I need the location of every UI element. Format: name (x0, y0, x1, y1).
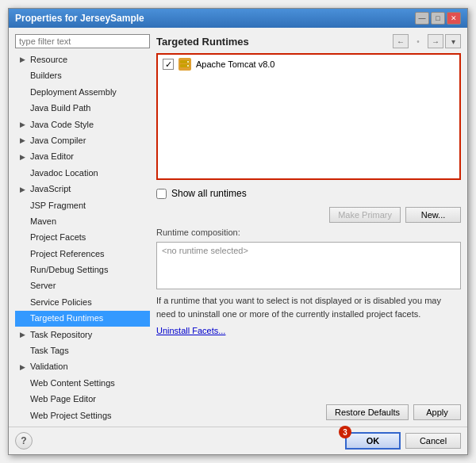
back-button[interactable]: ← (393, 34, 409, 48)
sidebar-item-label: Targeted Runtimes (30, 312, 103, 324)
sidebar-item-server[interactable]: Server (15, 278, 150, 293)
show-all-runtimes-row: Show all runtimes (156, 185, 461, 202)
no-arrow (20, 168, 28, 178)
server-icon (178, 58, 191, 71)
apply-button[interactable]: Apply (413, 404, 461, 420)
sidebar-item-label: Run/Debug Settings (30, 264, 108, 276)
runtime-composition-label: Runtime composition: (156, 228, 461, 237)
sidebar-item-label: JSP Fragment (30, 200, 86, 212)
panel-header: Targeted Runtimes ← • → ▾ (156, 34, 461, 48)
show-all-runtimes-checkbox[interactable] (156, 189, 167, 199)
sidebar-item-java-code-style[interactable]: ▶ Java Code Style (15, 117, 150, 132)
sidebar-item-label: Maven (30, 216, 56, 228)
sidebar-item-web-page-editor[interactable]: Web Page Editor (15, 392, 150, 407)
cancel-button[interactable]: Cancel (405, 433, 461, 449)
sidebar-item-label: Project References (30, 248, 105, 260)
no-arrow (20, 87, 28, 98)
expand-arrow-icon: ▶ (20, 152, 28, 163)
make-primary-button[interactable]: Make Primary (329, 207, 401, 223)
make-primary-new-row: Make Primary New... (156, 207, 461, 223)
sidebar-item-web-content-settings[interactable]: Web Content Settings (15, 376, 150, 391)
sidebar-item-project-references[interactable]: Project References (15, 247, 150, 262)
runtime-name: Apache Tomcat v8.0 (196, 59, 274, 69)
sidebar-item-label: Java Compiler (30, 135, 86, 147)
sidebar-item-validation[interactable]: ▶ Validation (15, 359, 150, 374)
sidebar-item-label: Java Build Path (30, 102, 90, 114)
sidebar-item-deployment-assembly[interactable]: Deployment Assembly (15, 85, 150, 100)
sidebar-item-label: Builders (30, 70, 62, 82)
minimize-button[interactable]: — (415, 12, 429, 25)
svg-point-2 (187, 61, 189, 63)
no-arrow (20, 104, 28, 114)
sidebar-item-web-project-settings[interactable]: Web Project Settings (15, 408, 150, 420)
close-button[interactable]: ✕ (447, 12, 461, 25)
new-button[interactable]: New... (405, 207, 461, 223)
runtime-checkbox[interactable]: ✓ (163, 59, 174, 70)
sidebar-item-service-policies[interactable]: Service Policies (15, 295, 150, 310)
no-arrow (20, 71, 28, 82)
sidebar-item-label: Web Project Settings (30, 410, 112, 420)
sidebar-item-label: Deployment Assembly (30, 86, 117, 98)
no-arrow (20, 346, 28, 356)
expand-arrow-icon: ▶ (20, 362, 28, 373)
sidebar: ▶ Resource Builders Deployment Assembly … (15, 34, 150, 420)
sidebar-item-java-build-path[interactable]: Java Build Path (15, 101, 150, 116)
no-arrow (20, 216, 28, 227)
sidebar-item-label: Service Policies (30, 297, 92, 308)
ok-label: OK (367, 436, 380, 446)
dropdown-button[interactable]: ▾ (445, 34, 461, 48)
sidebar-item-label: Web Content Settings (30, 377, 115, 389)
sidebar-item-label: Web Page Editor (30, 393, 96, 405)
show-all-runtimes-label: Show all runtimes (171, 188, 247, 199)
sidebar-item-jsp-fragment[interactable]: JSP Fragment (15, 198, 150, 213)
sidebar-item-label: Javadoc Location (30, 167, 98, 179)
expand-arrow-icon: ▶ (20, 120, 28, 130)
content-area: ▶ Resource Builders Deployment Assembly … (9, 28, 467, 427)
sidebar-item-targeted-runtimes[interactable]: 1 Targeted Runtimes (15, 311, 150, 326)
svg-point-3 (187, 65, 189, 67)
no-arrow (20, 395, 28, 405)
maximize-button[interactable]: □ (431, 12, 445, 25)
sidebar-item-maven[interactable]: Maven (15, 214, 150, 229)
forward-button[interactable]: → (428, 34, 443, 48)
sidebar-item-label: Server (30, 280, 56, 292)
ok-button[interactable]: 3 OK (345, 432, 401, 450)
sidebar-item-label: Validation (30, 361, 68, 373)
sidebar-item-task-repository[interactable]: ▶ Task Repository (15, 327, 150, 342)
sidebar-item-java-compiler[interactable]: ▶ Java Compiler (15, 133, 150, 148)
sidebar-item-java-editor[interactable]: ▶ Java Editor (15, 149, 150, 164)
sidebar-item-javadoc-location[interactable]: Javadoc Location (15, 166, 150, 181)
no-arrow (20, 314, 28, 324)
sidebar-item-label: Task Tags (30, 345, 69, 357)
no-arrow (20, 297, 28, 308)
sidebar-item-project-facets[interactable]: Project Facets (15, 230, 150, 245)
sidebar-item-run-debug[interactable]: Run/Debug Settings (15, 262, 150, 277)
window-controls: — □ ✕ (415, 12, 461, 25)
window-title: Properties for JerseySample (15, 13, 144, 24)
panel-title: Targeted Runtimes (156, 36, 249, 48)
badge-3: 3 (339, 426, 351, 438)
main-panel: Targeted Runtimes ← • → ▾ 2 ✓ (156, 34, 461, 420)
expand-arrow-icon: ▶ (20, 330, 28, 340)
restore-defaults-button[interactable]: Restore Defaults (326, 404, 409, 420)
info-text: If a runtime that you want to select is … (156, 294, 461, 320)
bottom-buttons: 3 OK Cancel (345, 432, 461, 450)
restore-apply-row: Restore Defaults Apply (156, 404, 461, 420)
help-button[interactable]: ? (15, 432, 33, 450)
sidebar-item-resource[interactable]: ▶ Resource (15, 52, 150, 67)
runtime-item[interactable]: 2 ✓ Apache Tomcat v8.0 (158, 55, 459, 74)
filter-input[interactable] (15, 34, 150, 48)
bottom-bar: ? 3 OK Cancel (9, 427, 467, 454)
sidebar-item-javascript[interactable]: ▶ JavaScript (15, 182, 150, 197)
nav-arrows: ← • → ▾ (393, 34, 461, 48)
sidebar-item-builders[interactable]: Builders (15, 68, 150, 83)
sidebar-item-label: Java Editor (30, 151, 74, 163)
sidebar-item-task-tags[interactable]: Task Tags (15, 343, 150, 358)
uninstall-facets-link[interactable]: Uninstall Facets... (156, 326, 225, 335)
runtime-composition-placeholder: <no runtime selected> (162, 246, 248, 255)
runtime-list-box: 2 ✓ Apache Tomcat v8.0 (156, 53, 461, 180)
expand-arrow-icon: ▶ (20, 185, 28, 195)
separator: • (410, 34, 426, 48)
no-arrow (20, 378, 28, 388)
expand-arrow-icon: ▶ (20, 136, 28, 146)
